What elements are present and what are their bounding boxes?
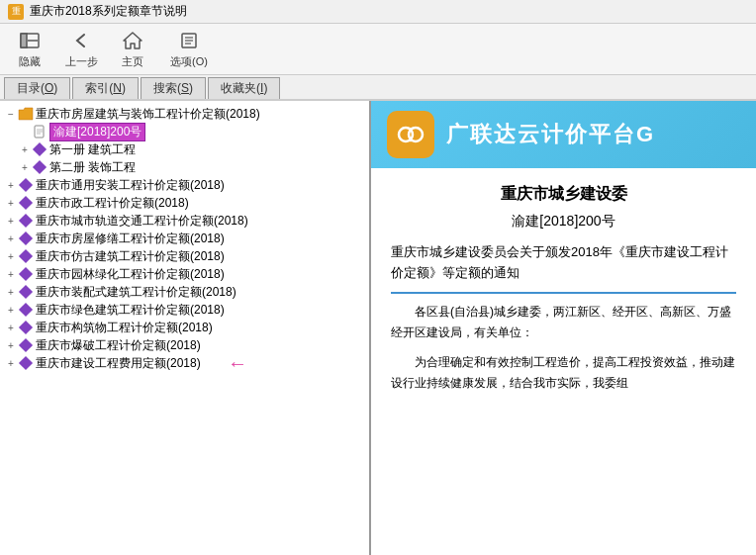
tree-toggle-11[interactable]: + <box>4 321 18 334</box>
tree-toggle-vol2[interactable]: + <box>18 160 32 174</box>
title-bar: 重 重庆市2018系列定额章节说明 <box>0 0 756 24</box>
tree-item-7-label: 重庆市仿古建筑工程计价定额(2018) <box>36 248 225 265</box>
tab-toc-label: 目录(O) <box>17 80 57 97</box>
tree-toggle-3[interactable]: + <box>4 178 18 192</box>
tree-item-vol1-label: 第一册 建筑工程 <box>49 141 136 158</box>
tree-toggle-6[interactable]: + <box>4 231 18 245</box>
tree-toggle-5[interactable]: + <box>4 214 18 228</box>
svg-rect-1 <box>21 34 27 47</box>
tree-item-11-label: 重庆市构筑物工程计价定额(2018) <box>36 320 213 336</box>
doc-paragraph-1: 各区县(自治县)城乡建委，两江新区、经开区、高新区、万盛经开区建设局，有关单位： <box>391 302 736 344</box>
back-button[interactable]: 上一步 <box>59 25 103 73</box>
doc-title: 重庆市城乡建设委 <box>391 184 736 205</box>
tree-toggle-9[interactable]: + <box>4 285 18 299</box>
tree-item-vol2-label: 第二册 装饰工程 <box>49 159 136 176</box>
tab-favorites-label: 收藏夹(I) <box>221 80 267 97</box>
back-label: 上一步 <box>65 54 98 69</box>
tree-item-11[interactable]: + 重庆市构筑物工程计价定额(2018) <box>0 319 369 336</box>
tree-item-12-label: 重庆市爆破工程计价定额(2018) <box>36 337 201 354</box>
right-content: 广联达云计价平台G 重庆市城乡建设委 渝建[2018]200号 重庆市城乡建设委… <box>371 101 756 555</box>
tree-item-notice[interactable]: 渝建[2018]200号 <box>0 123 369 140</box>
tree-item-8-label: 重庆市园林绿化工程计价定额(2018) <box>36 266 225 283</box>
options-label: 选项(O) <box>170 54 208 69</box>
diamond-icon-6 <box>18 231 34 245</box>
tree-item-8[interactable]: + 重庆市园林绿化工程计价定额(2018) <box>0 265 369 283</box>
tree-toggle-10[interactable]: + <box>4 303 18 317</box>
left-panel: − 重庆市房屋建筑与装饰工程计价定额(2018) <box>0 101 371 555</box>
tree-item-vol2[interactable]: + 第二册 装饰工程 <box>0 158 369 176</box>
nav-tabs: 目录(O) 索引(N) 搜索(S) 收藏夹(I) <box>0 75 756 101</box>
diamond-icon-vol1 <box>32 142 47 156</box>
tree-item-9-label: 重庆市装配式建筑工程计价定额(2018) <box>36 284 236 301</box>
diamond-icon-5 <box>18 214 34 228</box>
tree-item-vol1[interactable]: + 第一册 建筑工程 <box>0 140 369 158</box>
tree-item-4-label: 重庆市政工程计价定额(2018) <box>36 195 189 212</box>
tree-item-10-label: 重庆市绿色建筑工程计价定额(2018) <box>36 302 225 319</box>
tree-item-9[interactable]: + 重庆市装配式建筑工程计价定额(2018) <box>0 283 369 301</box>
tree-toggle-12[interactable]: + <box>4 338 18 352</box>
home-icon <box>121 29 144 52</box>
diamond-icon-4 <box>18 196 34 210</box>
hide-button[interactable]: 隐藏 <box>8 25 51 73</box>
tree-item-5[interactable]: + 重庆市城市轨道交通工程计价定额(2018) <box>0 212 369 230</box>
home-label: 主页 <box>122 54 143 69</box>
back-icon <box>69 29 93 52</box>
toolbar: 隐藏 上一步 主页 选项(O) <box>0 24 756 75</box>
diamond-icon-3 <box>18 178 34 192</box>
banner: 广联达云计价平台G <box>371 101 756 168</box>
tab-toc[interactable]: 目录(O) <box>4 77 70 99</box>
tab-favorites[interactable]: 收藏夹(I) <box>208 77 280 99</box>
svg-marker-3 <box>124 33 142 48</box>
home-button[interactable]: 主页 <box>111 25 154 73</box>
tree-toggle-7[interactable]: + <box>4 249 18 263</box>
diamond-icon-8 <box>18 267 34 281</box>
folder-icon <box>18 107 34 121</box>
diamond-icon-10 <box>18 303 34 317</box>
tree-toggle-13[interactable]: + <box>4 356 18 370</box>
tree-item-13-label: 重庆市建设工程费用定额(2018) <box>36 355 201 372</box>
diamond-icon-vol2 <box>32 160 47 174</box>
tree-item-6[interactable]: + 重庆市房屋修缮工程计价定额(2018) <box>0 230 369 247</box>
title-bar-text: 重庆市2018系列定额章节说明 <box>30 3 187 20</box>
main-container: − 重庆市房屋建筑与装饰工程计价定额(2018) <box>0 101 756 555</box>
options-icon <box>177 29 201 52</box>
diamond-icon-7 <box>18 249 34 263</box>
tree-item-5-label: 重庆市城市轨道交通工程计价定额(2018) <box>36 213 248 230</box>
tree-toggle-8[interactable]: + <box>4 267 18 281</box>
tree-item-3-label: 重庆市通用安装工程计价定额(2018) <box>36 177 225 194</box>
tree-item-10[interactable]: + 重庆市绿色建筑工程计价定额(2018) <box>0 301 369 319</box>
tree-item-root-label: 重庆市房屋建筑与装饰工程计价定额(2018) <box>36 106 260 123</box>
tree-item-notice-label: 渝建[2018]200号 <box>49 123 145 141</box>
tree-container[interactable]: − 重庆市房屋建筑与装饰工程计价定额(2018) <box>0 101 369 555</box>
tree-toggle-root[interactable]: − <box>4 107 18 121</box>
tree-item-root[interactable]: − 重庆市房屋建筑与装饰工程计价定额(2018) <box>0 105 369 123</box>
banner-logo <box>387 111 434 158</box>
tree-toggle-vol1[interactable]: + <box>18 142 32 156</box>
svg-point-13 <box>409 128 423 141</box>
tree-item-12[interactable]: + 重庆市爆破工程计价定额(2018) <box>0 336 369 354</box>
hide-label: 隐藏 <box>19 54 41 69</box>
tree-item-3[interactable]: + 重庆市通用安装工程计价定额(2018) <box>0 176 369 194</box>
doc-paragraph-2: 为合理确定和有效控制工程造价，提高工程投资效益，推动建设行业持续健康发展，结合我… <box>391 352 736 395</box>
tree-item-4[interactable]: + 重庆市政工程计价定额(2018) <box>0 194 369 212</box>
doc-number: 渝建[2018]200号 <box>391 213 736 231</box>
doc-subject: 重庆市城乡建设委员会关于颁发2018年《重庆市建设工程计价定额》等定额的通知 <box>391 242 736 294</box>
tab-search-label: 搜索(S) <box>153 80 193 97</box>
tab-index-label: 索引(N) <box>85 80 126 97</box>
tree-item-7[interactable]: + 重庆市仿古建筑工程计价定额(2018) <box>0 247 369 265</box>
tree-toggle-4[interactable]: + <box>4 196 18 210</box>
tree-item-6-label: 重庆市房屋修缮工程计价定额(2018) <box>36 231 225 247</box>
doc-icon <box>32 125 47 139</box>
doc-body: 各区县(自治县)城乡建委，两江新区、经开区、高新区、万盛经开区建设局，有关单位：… <box>391 302 736 395</box>
diamond-icon-13 <box>18 356 34 370</box>
arrow-indicator: ← <box>228 352 247 375</box>
tab-search[interactable]: 搜索(S) <box>141 77 206 99</box>
right-panel: 广联达云计价平台G 重庆市城乡建设委 渝建[2018]200号 重庆市城乡建设委… <box>371 101 756 555</box>
content-body: 重庆市城乡建设委 渝建[2018]200号 重庆市城乡建设委员会关于颁发2018… <box>371 168 756 418</box>
diamond-icon-12 <box>18 338 34 352</box>
app-icon: 重 <box>8 4 24 20</box>
options-button[interactable]: 选项(O) <box>162 25 216 73</box>
tree-item-13[interactable]: + 重庆市建设工程费用定额(2018) ← <box>0 354 369 372</box>
hide-icon <box>18 29 42 52</box>
tab-index[interactable]: 索引(N) <box>72 77 139 99</box>
